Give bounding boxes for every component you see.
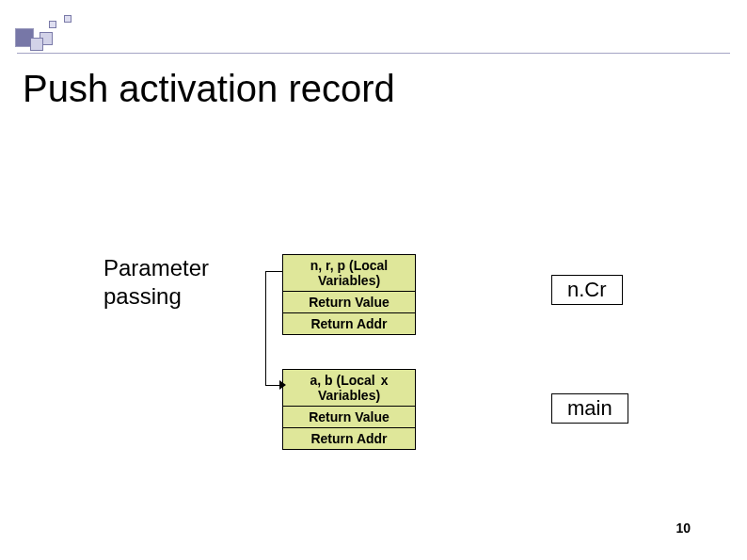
ncr-locals: n, r, p (Local Variables) [283, 255, 415, 291]
template-deco-squares [15, 15, 81, 53]
activation-record-ncr: n, r, p (Local Variables) Return Value R… [282, 254, 416, 335]
header-rule [17, 53, 730, 54]
param-arrow-head [279, 380, 286, 390]
ncr-return-value: Return Value [283, 291, 415, 312]
param-arrow-segment [265, 271, 266, 385]
page-number: 10 [675, 520, 691, 536]
main-return-addr: Return Addr [283, 427, 415, 449]
main-locals: a, b (Localx Variables) [283, 370, 415, 406]
tag-ncr: n.Cr [551, 275, 623, 305]
main-return-value: Return Value [283, 406, 415, 427]
tag-main: main [551, 393, 628, 424]
slide-title: Push activation record [23, 68, 395, 110]
param-arrow-segment [265, 271, 282, 272]
ncr-return-addr: Return Addr [283, 312, 415, 334]
side-label: Parameter passing [103, 254, 209, 311]
activation-record-main: a, b (Localx Variables) Return Value Ret… [282, 369, 416, 450]
